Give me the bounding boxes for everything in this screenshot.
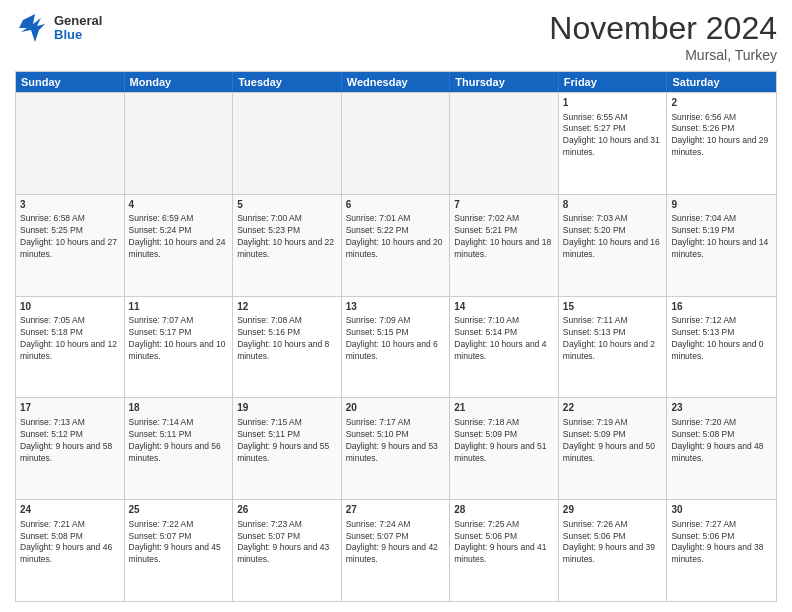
calendar-cell-1-2 <box>125 93 234 194</box>
day-number: 27 <box>346 503 446 517</box>
header-saturday: Saturday <box>667 72 776 92</box>
cell-details: Sunrise: 6:59 AM Sunset: 5:24 PM Dayligh… <box>129 213 229 261</box>
calendar-cell-2-6: 8Sunrise: 7:03 AM Sunset: 5:20 PM Daylig… <box>559 195 668 296</box>
header-monday: Monday <box>125 72 234 92</box>
day-number: 29 <box>563 503 663 517</box>
calendar-cell-3-5: 14Sunrise: 7:10 AM Sunset: 5:14 PM Dayli… <box>450 297 559 398</box>
calendar-cell-2-2: 4Sunrise: 6:59 AM Sunset: 5:24 PM Daylig… <box>125 195 234 296</box>
cell-details: Sunrise: 7:10 AM Sunset: 5:14 PM Dayligh… <box>454 315 554 363</box>
cell-details: Sunrise: 7:01 AM Sunset: 5:22 PM Dayligh… <box>346 213 446 261</box>
calendar-cell-1-1 <box>16 93 125 194</box>
day-number: 19 <box>237 401 337 415</box>
calendar-row-4: 17Sunrise: 7:13 AM Sunset: 5:12 PM Dayli… <box>16 397 776 499</box>
calendar-cell-3-2: 11Sunrise: 7:07 AM Sunset: 5:17 PM Dayli… <box>125 297 234 398</box>
header-tuesday: Tuesday <box>233 72 342 92</box>
header-wednesday: Wednesday <box>342 72 451 92</box>
calendar-row-1: 1Sunrise: 6:55 AM Sunset: 5:27 PM Daylig… <box>16 92 776 194</box>
cell-details: Sunrise: 7:12 AM Sunset: 5:13 PM Dayligh… <box>671 315 772 363</box>
calendar-cell-5-2: 25Sunrise: 7:22 AM Sunset: 5:07 PM Dayli… <box>125 500 234 601</box>
day-number: 22 <box>563 401 663 415</box>
day-number: 16 <box>671 300 772 314</box>
calendar-cell-4-5: 21Sunrise: 7:18 AM Sunset: 5:09 PM Dayli… <box>450 398 559 499</box>
cell-details: Sunrise: 7:14 AM Sunset: 5:11 PM Dayligh… <box>129 417 229 465</box>
calendar-cell-2-4: 6Sunrise: 7:01 AM Sunset: 5:22 PM Daylig… <box>342 195 451 296</box>
day-number: 7 <box>454 198 554 212</box>
calendar-cell-4-1: 17Sunrise: 7:13 AM Sunset: 5:12 PM Dayli… <box>16 398 125 499</box>
calendar-cell-2-7: 9Sunrise: 7:04 AM Sunset: 5:19 PM Daylig… <box>667 195 776 296</box>
day-number: 5 <box>237 198 337 212</box>
calendar-cell-4-2: 18Sunrise: 7:14 AM Sunset: 5:11 PM Dayli… <box>125 398 234 499</box>
header-friday: Friday <box>559 72 668 92</box>
day-number: 24 <box>20 503 120 517</box>
title-block: November 2024 Mursal, Turkey <box>549 10 777 63</box>
calendar-cell-5-7: 30Sunrise: 7:27 AM Sunset: 5:06 PM Dayli… <box>667 500 776 601</box>
day-number: 3 <box>20 198 120 212</box>
location-text: Mursal, Turkey <box>549 47 777 63</box>
day-number: 14 <box>454 300 554 314</box>
day-number: 1 <box>563 96 663 110</box>
calendar-cell-3-6: 15Sunrise: 7:11 AM Sunset: 5:13 PM Dayli… <box>559 297 668 398</box>
cell-details: Sunrise: 7:19 AM Sunset: 5:09 PM Dayligh… <box>563 417 663 465</box>
calendar-cell-3-7: 16Sunrise: 7:12 AM Sunset: 5:13 PM Dayli… <box>667 297 776 398</box>
cell-details: Sunrise: 7:21 AM Sunset: 5:08 PM Dayligh… <box>20 519 120 567</box>
calendar-header: Sunday Monday Tuesday Wednesday Thursday… <box>16 72 776 92</box>
header-sunday: Sunday <box>16 72 125 92</box>
day-number: 8 <box>563 198 663 212</box>
cell-details: Sunrise: 7:20 AM Sunset: 5:08 PM Dayligh… <box>671 417 772 465</box>
calendar-cell-1-5 <box>450 93 559 194</box>
calendar-cell-2-3: 5Sunrise: 7:00 AM Sunset: 5:23 PM Daylig… <box>233 195 342 296</box>
cell-details: Sunrise: 7:25 AM Sunset: 5:06 PM Dayligh… <box>454 519 554 567</box>
page: GeneralBlue November 2024 Mursal, Turkey… <box>0 0 792 612</box>
day-number: 2 <box>671 96 772 110</box>
calendar-cell-1-7: 2Sunrise: 6:56 AM Sunset: 5:26 PM Daylig… <box>667 93 776 194</box>
header: GeneralBlue November 2024 Mursal, Turkey <box>15 10 777 63</box>
day-number: 21 <box>454 401 554 415</box>
calendar: Sunday Monday Tuesday Wednesday Thursday… <box>15 71 777 602</box>
cell-details: Sunrise: 7:00 AM Sunset: 5:23 PM Dayligh… <box>237 213 337 261</box>
day-number: 15 <box>563 300 663 314</box>
calendar-cell-2-1: 3Sunrise: 6:58 AM Sunset: 5:25 PM Daylig… <box>16 195 125 296</box>
cell-details: Sunrise: 7:11 AM Sunset: 5:13 PM Dayligh… <box>563 315 663 363</box>
day-number: 12 <box>237 300 337 314</box>
cell-details: Sunrise: 7:23 AM Sunset: 5:07 PM Dayligh… <box>237 519 337 567</box>
cell-details: Sunrise: 7:05 AM Sunset: 5:18 PM Dayligh… <box>20 315 120 363</box>
calendar-cell-2-5: 7Sunrise: 7:02 AM Sunset: 5:21 PM Daylig… <box>450 195 559 296</box>
cell-details: Sunrise: 7:13 AM Sunset: 5:12 PM Dayligh… <box>20 417 120 465</box>
calendar-cell-1-6: 1Sunrise: 6:55 AM Sunset: 5:27 PM Daylig… <box>559 93 668 194</box>
calendar-cell-4-3: 19Sunrise: 7:15 AM Sunset: 5:11 PM Dayli… <box>233 398 342 499</box>
day-number: 4 <box>129 198 229 212</box>
day-number: 10 <box>20 300 120 314</box>
day-number: 18 <box>129 401 229 415</box>
cell-details: Sunrise: 7:15 AM Sunset: 5:11 PM Dayligh… <box>237 417 337 465</box>
calendar-row-2: 3Sunrise: 6:58 AM Sunset: 5:25 PM Daylig… <box>16 194 776 296</box>
day-number: 25 <box>129 503 229 517</box>
cell-details: Sunrise: 7:17 AM Sunset: 5:10 PM Dayligh… <box>346 417 446 465</box>
calendar-cell-5-4: 27Sunrise: 7:24 AM Sunset: 5:07 PM Dayli… <box>342 500 451 601</box>
month-title: November 2024 <box>549 10 777 47</box>
cell-details: Sunrise: 7:27 AM Sunset: 5:06 PM Dayligh… <box>671 519 772 567</box>
day-number: 20 <box>346 401 446 415</box>
calendar-row-3: 10Sunrise: 7:05 AM Sunset: 5:18 PM Dayli… <box>16 296 776 398</box>
calendar-cell-5-5: 28Sunrise: 7:25 AM Sunset: 5:06 PM Dayli… <box>450 500 559 601</box>
cell-details: Sunrise: 7:04 AM Sunset: 5:19 PM Dayligh… <box>671 213 772 261</box>
cell-details: Sunrise: 7:09 AM Sunset: 5:15 PM Dayligh… <box>346 315 446 363</box>
day-number: 6 <box>346 198 446 212</box>
cell-details: Sunrise: 7:02 AM Sunset: 5:21 PM Dayligh… <box>454 213 554 261</box>
cell-details: Sunrise: 6:58 AM Sunset: 5:25 PM Dayligh… <box>20 213 120 261</box>
cell-details: Sunrise: 7:03 AM Sunset: 5:20 PM Dayligh… <box>563 213 663 261</box>
calendar-cell-5-6: 29Sunrise: 7:26 AM Sunset: 5:06 PM Dayli… <box>559 500 668 601</box>
day-number: 9 <box>671 198 772 212</box>
calendar-cell-4-6: 22Sunrise: 7:19 AM Sunset: 5:09 PM Dayli… <box>559 398 668 499</box>
cell-details: Sunrise: 7:07 AM Sunset: 5:17 PM Dayligh… <box>129 315 229 363</box>
calendar-cell-3-4: 13Sunrise: 7:09 AM Sunset: 5:15 PM Dayli… <box>342 297 451 398</box>
cell-details: Sunrise: 6:56 AM Sunset: 5:26 PM Dayligh… <box>671 112 772 160</box>
calendar-body: 1Sunrise: 6:55 AM Sunset: 5:27 PM Daylig… <box>16 92 776 601</box>
calendar-cell-3-1: 10Sunrise: 7:05 AM Sunset: 5:18 PM Dayli… <box>16 297 125 398</box>
day-number: 17 <box>20 401 120 415</box>
cell-details: Sunrise: 7:22 AM Sunset: 5:07 PM Dayligh… <box>129 519 229 567</box>
day-number: 23 <box>671 401 772 415</box>
day-number: 26 <box>237 503 337 517</box>
day-number: 28 <box>454 503 554 517</box>
calendar-cell-1-3 <box>233 93 342 194</box>
calendar-cell-4-7: 23Sunrise: 7:20 AM Sunset: 5:08 PM Dayli… <box>667 398 776 499</box>
